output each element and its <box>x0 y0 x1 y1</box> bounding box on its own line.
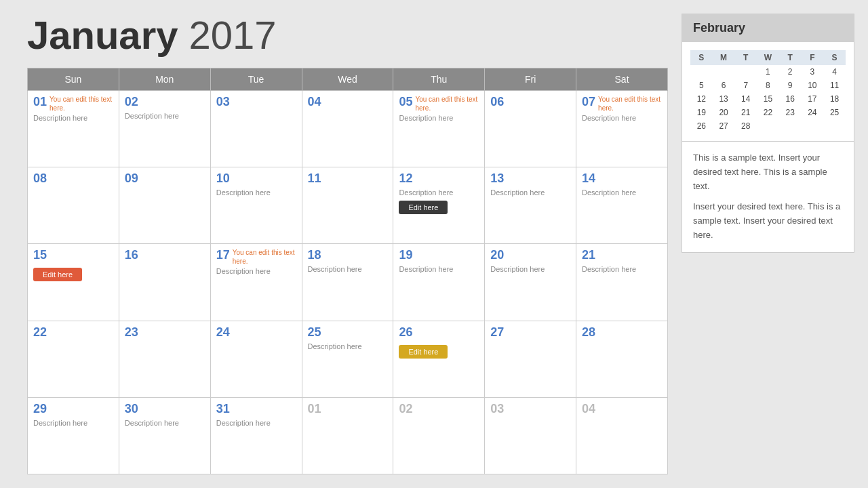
mini-day <box>757 119 779 133</box>
day-number: 04 <box>582 402 595 416</box>
mini-day[interactable]: 13 <box>713 92 735 106</box>
calendar-cell-w0d1: 02Description here <box>119 90 210 167</box>
day-number: 19 <box>399 248 412 262</box>
mini-day[interactable]: 23 <box>779 106 802 119</box>
day-number: 06 <box>490 95 504 109</box>
mini-day[interactable]: 17 <box>802 92 824 106</box>
day-number: 09 <box>125 171 138 186</box>
cell-description: Description here <box>216 419 296 427</box>
mini-day[interactable]: 10 <box>802 79 824 92</box>
mini-day[interactable]: 26 <box>690 119 713 133</box>
mini-day[interactable]: 7 <box>734 79 757 92</box>
calendar-cell-w4d6: 04 <box>576 397 668 474</box>
mini-day[interactable]: 25 <box>823 106 846 119</box>
day-number: 29 <box>33 402 47 416</box>
day-number: 17 <box>216 248 230 262</box>
calendar-cell-w2d4: 19Description here <box>393 244 485 321</box>
cell-description: Description here <box>216 188 296 197</box>
mini-day <box>823 119 846 133</box>
mini-day <box>734 65 757 79</box>
mini-cal-grid: SMTWTFS 12345678910111213141516171819202… <box>690 50 846 133</box>
calendar-cell-w3d1: 23 <box>119 321 210 397</box>
mini-day[interactable]: 19 <box>690 106 713 119</box>
mini-day[interactable]: 24 <box>802 106 824 119</box>
editable-label[interactable]: You can edit this text here. <box>598 95 662 113</box>
day-number: 15 <box>33 248 47 262</box>
mini-day[interactable]: 2 <box>779 65 802 79</box>
cell-description: Description here <box>582 188 662 197</box>
editable-label[interactable]: You can edit this text here. <box>415 95 479 113</box>
edit-button-yellow[interactable]: Edit here <box>399 345 448 359</box>
dow-header-fri: Fri <box>485 68 576 90</box>
mini-day[interactable]: 20 <box>713 106 735 119</box>
day-number: 18 <box>308 248 321 262</box>
day-number: 04 <box>308 95 321 109</box>
calendar-cell-w1d5: 13Description here <box>485 167 576 244</box>
mini-day[interactable]: 5 <box>690 79 713 92</box>
calendar-cell-w2d5: 20Description here <box>485 244 576 321</box>
mini-cal-title: February <box>682 14 854 42</box>
calendar-cell-w4d3: 01 <box>302 397 393 474</box>
calendar-cell-w0d3: 04 <box>302 90 393 167</box>
mini-dow-T: T <box>779 50 802 65</box>
day-number: 21 <box>582 248 595 262</box>
calendar-cell-w0d5: 06 <box>485 90 576 167</box>
calendar-cell-w3d5: 27 <box>485 321 576 397</box>
mini-day[interactable]: 15 <box>757 92 779 106</box>
mini-dow-W: W <box>757 50 779 65</box>
cell-description: Description here <box>490 188 570 197</box>
calendar-table: SunMonTueWedThuFriSat 01You can edit thi… <box>27 68 668 474</box>
mini-day[interactable]: 27 <box>713 119 735 133</box>
editable-label[interactable]: You can edit this text here. <box>233 248 296 266</box>
mini-day[interactable]: 14 <box>734 92 757 106</box>
mini-day[interactable]: 9 <box>779 79 802 92</box>
day-number: 16 <box>125 248 138 262</box>
mini-day[interactable]: 16 <box>779 92 802 106</box>
sidebar-text: This is a sample text. Insert your desir… <box>682 142 854 253</box>
editable-label[interactable]: You can edit this text here. <box>50 95 113 113</box>
mini-day[interactable]: 8 <box>757 79 779 92</box>
mini-day[interactable]: 4 <box>823 65 846 79</box>
calendar-cell-w1d0: 08 <box>28 167 119 244</box>
dow-header-tue: Tue <box>210 68 302 90</box>
day-number: 13 <box>490 171 504 186</box>
dow-header-mon: Mon <box>119 68 210 90</box>
mini-day[interactable]: 18 <box>823 92 846 106</box>
day-number: 25 <box>308 325 321 340</box>
day-number: 03 <box>216 95 230 109</box>
mini-day <box>690 65 713 79</box>
mini-dow-S: S <box>690 50 713 65</box>
day-number: 03 <box>490 402 504 416</box>
cell-description: Description here <box>308 265 388 273</box>
edit-button-red[interactable]: Edit here <box>33 268 82 281</box>
mini-day[interactable]: 11 <box>823 79 846 92</box>
calendar-cell-w2d1: 16 <box>119 244 210 321</box>
day-number: 26 <box>399 325 412 340</box>
calendar-cell-w3d6: 28 <box>576 321 668 397</box>
mini-day[interactable]: 3 <box>802 65 824 79</box>
day-number: 12 <box>399 171 412 186</box>
mini-day[interactable]: 12 <box>690 92 713 106</box>
day-number: 10 <box>216 171 230 186</box>
day-number: 05 <box>399 95 412 109</box>
cell-description: Description here <box>490 265 570 273</box>
day-number: 02 <box>125 95 138 109</box>
cell-description: Description here <box>125 112 205 120</box>
dow-header-sat: Sat <box>576 68 668 90</box>
calendar-cell-w4d0: 29Description here <box>28 397 119 474</box>
edit-button-dark[interactable]: Edit here <box>399 201 448 214</box>
calendar-cell-w1d2: 10Description here <box>210 167 302 244</box>
mini-day[interactable]: 22 <box>757 106 779 119</box>
mini-day[interactable]: 21 <box>734 106 757 119</box>
day-number: 22 <box>33 325 47 340</box>
mini-day[interactable]: 28 <box>734 119 757 133</box>
mini-dow-S: S <box>823 50 846 65</box>
day-number: 02 <box>399 402 412 416</box>
calendar-cell-w3d2: 24 <box>210 321 302 397</box>
mini-day[interactable]: 1 <box>757 65 779 79</box>
mini-dow-F: F <box>802 50 824 65</box>
day-number: 23 <box>125 325 138 340</box>
calendar-cell-w1d4: 12Description hereEdit here <box>393 167 485 244</box>
mini-day[interactable]: 6 <box>713 79 735 92</box>
day-number: 28 <box>582 325 595 340</box>
